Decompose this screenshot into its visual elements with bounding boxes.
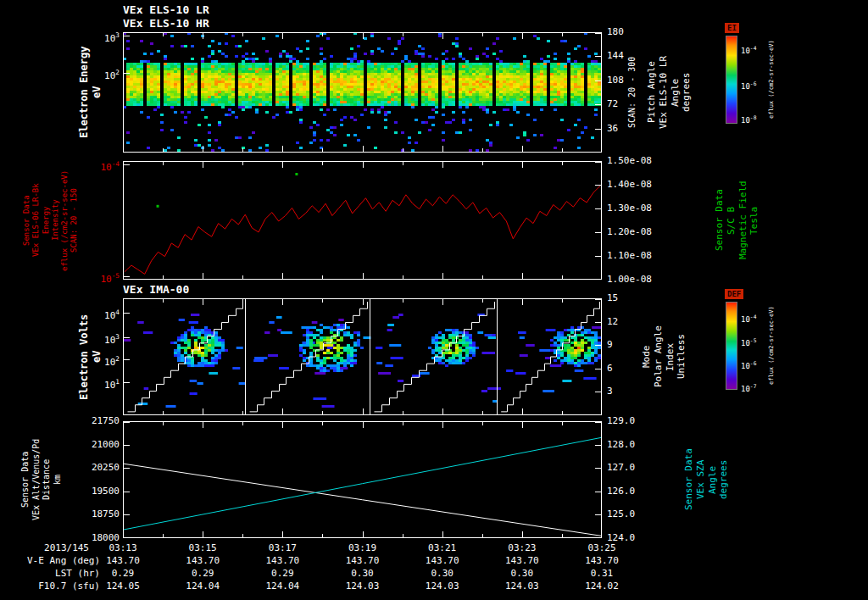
exponent: -7 [750, 383, 757, 389]
panel2-left-axis-title-line: SCAN: 20 - 150 [70, 161, 79, 280]
panel3-left-axis-title-line: eV [91, 298, 103, 415]
panel3-title: VEx IMA-00 [123, 283, 189, 296]
panel3-right-axis-title-line: Mode [641, 298, 653, 415]
panel1-left-axis-title-line: eV [91, 32, 103, 153]
panel1-right-axis-title-line: Pitch Angle [646, 32, 658, 153]
els-colorbar-units-label: eflux (/cm2-sr-sec-eV) [768, 36, 776, 124]
els06_intensity-right-tick-label: 1.20e-08 [607, 227, 652, 237]
time-tick-label: 03:21 [417, 542, 468, 553]
time-tick-label: 03:25 [576, 542, 627, 553]
panel4-right-axis-title-line: Sensor Data [683, 421, 695, 538]
panel1-scan-label-line: SCAN: 20 - 300 [627, 32, 638, 153]
annotation-row-label: V-E Ang (deg) [27, 555, 100, 566]
panel2-right-axis-title-line: Sensor Data [714, 161, 726, 280]
els06_intensity-canvas [123, 161, 602, 280]
exponent: 2 [115, 69, 120, 76]
panel4-left-axis-title: Sensor DataVEx Alt/Venus/PdDistancekm [20, 421, 63, 538]
els-colorbar-tick-label: 10-4 [741, 44, 756, 55]
exponent: -8 [750, 114, 757, 120]
annotation-row-value: 143.70 [492, 555, 552, 566]
els_spectrogram-right-tick-label: 180 [607, 27, 624, 37]
els-colorbar-title-chip: EI [725, 23, 739, 33]
panel4-right-axis-title-line: Angle [707, 421, 719, 538]
els06_intensity-left-tick-label: 10-5 [100, 271, 120, 285]
els06_intensity-right-tick-label: 1.10e-08 [607, 251, 652, 261]
time-tick-label: 03:23 [497, 542, 548, 553]
ephemeris-canvas [123, 421, 602, 538]
els06_intensity-left-tick-label: 10-4 [100, 159, 120, 173]
ima_spectrogram-left-tick-label: 104 [104, 308, 120, 321]
els06_intensity-right-tick-label: 1.50e-08 [607, 156, 652, 166]
panel2-left-axis-title-line: VEx ELS-06 LR-Bk [31, 161, 41, 280]
annotation-row-value: 124.05 [93, 581, 153, 592]
ima_spectrogram-right-tick-label: 3 [607, 386, 613, 397]
ephemeris-left-tick-label: 20250 [92, 463, 120, 473]
els-colorbar-tick-label: 10-8 [741, 114, 756, 125]
ima_spectrogram-right-tick-label: 15 [607, 293, 618, 303]
exponent: -4 [750, 314, 757, 319]
exponent: 2 [115, 355, 120, 363]
panel4-left-axis-title-line: VEx Alt/Venus/Pd [31, 421, 42, 538]
annotation-row-value: 143.70 [93, 555, 153, 566]
panel4-left-axis-title-line: Sensor Data [20, 421, 31, 538]
panel2-left-axis-title-line: eflux (/cm2-sr-sec-eV) [60, 161, 70, 280]
panel4-right-axis-title-line: degrees [718, 421, 730, 538]
els06_intensity-right-tick-label: 1.00e-08 [607, 275, 652, 285]
panel1-title-line1: VEx ELS-10 LR [123, 3, 209, 16]
time-tick-label: 03:13 [97, 542, 148, 553]
panel4-left-axis-title-line: Distance [42, 421, 53, 538]
panel2-left-axis-title: Sensor DataVEx ELS-06 LR-BkEnergyIntensi… [22, 161, 80, 280]
panel1-right-axis-title-line: VEx ELS-10 LR [658, 32, 670, 153]
annotation-row-value: 143.70 [572, 555, 632, 566]
exponent: 4 [115, 308, 120, 316]
annotation-row-value: 0.30 [333, 568, 392, 579]
exponent: 3 [115, 31, 120, 39]
ima_spectrogram-right-tick-label: 9 [607, 340, 613, 350]
els-colorbar-tick-label: 10-6 [741, 80, 756, 91]
annotation-row-value: 124.04 [253, 581, 312, 592]
annotation-row-value: 0.29 [173, 568, 232, 579]
panel4-right-axis-title: Sensor DataVEx SZAAngledegrees [683, 421, 730, 538]
time-tick-label: 03:15 [177, 542, 228, 553]
ima-colorbar-title-chip: DEF [725, 289, 743, 299]
ima_spectrogram-left-tick-label: 102 [104, 354, 120, 368]
ephemeris-right-tick-label: 127.0 [607, 463, 635, 473]
panel2-right-axis-title-line: S/C B [726, 161, 737, 280]
ima-colorbar-tick-label: 10-6 [741, 359, 756, 370]
ima-colorbar-tick-label: 10-5 [741, 336, 756, 347]
annotation-row-value: 124.03 [413, 581, 472, 592]
annotation-row-value: 143.70 [333, 555, 392, 566]
els_spectrogram-left-tick-label: 103 [104, 31, 120, 44]
els_spectrogram-right-tick-label: 108 [607, 75, 624, 86]
exponent: 3 [115, 333, 120, 341]
els-colorbar-units-text: eflux (/cm2-sr-sec-eV) [768, 36, 776, 124]
annotation-row-value: 124.02 [572, 581, 632, 592]
panel3-right-axis-title-line: Unitless [676, 298, 687, 415]
ima-colorbar-tick-label: 10-7 [741, 382, 756, 393]
annotation-row-value: 0.31 [572, 568, 632, 579]
els-colorbar-gradient [726, 36, 737, 124]
panel1-right-axis-title: Pitch AngleVEx ELS-10 LRAngledegrees [646, 32, 693, 153]
annotation-row-value: 0.30 [413, 568, 472, 579]
panel2-left-axis-title-line: Intensity [51, 161, 60, 280]
annotation-row-value: 0.29 [93, 568, 153, 579]
panel4-left-axis-title-line: km [53, 421, 64, 538]
axis-date: 2013/145 [44, 542, 89, 553]
ephemeris-left-tick-label: 21000 [92, 440, 120, 450]
ima_spectrogram-left-tick-label: 101 [104, 377, 120, 391]
ima_spectrogram-canvas [123, 298, 602, 415]
exponent: -4 [112, 160, 120, 168]
exponent: 1 [115, 378, 120, 386]
time-tick-label: 03:19 [337, 542, 388, 553]
annotation-row-value: 143.70 [253, 555, 312, 566]
ima-colorbar-units-text: eflux (/cm2-sr-sec-eV) [768, 302, 776, 390]
panel4-right-axis-title-line: VEx SZA [695, 421, 707, 538]
panel2-right-axis-title: Sensor DataS/C BMagnetic FieldTesla [714, 161, 760, 280]
els_spectrogram-right-tick-label: 72 [607, 99, 618, 109]
ima_spectrogram-left-tick-label: 103 [104, 332, 120, 346]
ephemeris-left-tick-label: 21750 [92, 416, 120, 426]
panel3-right-axis-title-line: Polar Angle [653, 298, 665, 415]
els_spectrogram-canvas [123, 32, 602, 153]
ima_spectrogram-right-tick-label: 6 [607, 364, 613, 374]
els06_intensity-right-tick-label: 1.30e-08 [607, 203, 652, 214]
